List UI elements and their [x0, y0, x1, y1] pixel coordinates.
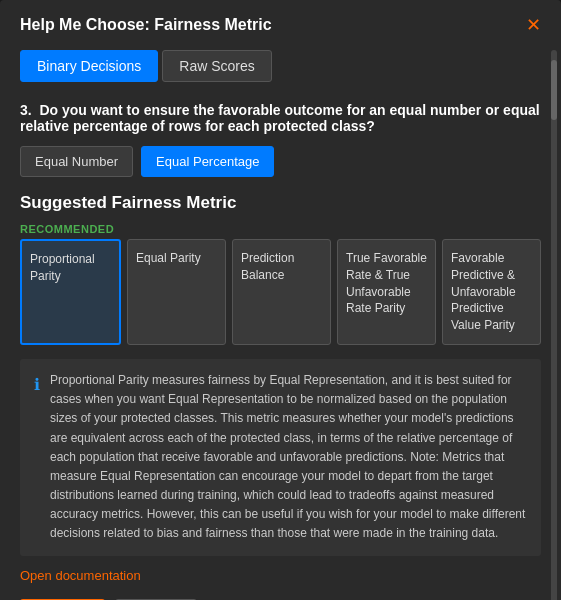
metric-card-predictive-value[interactable]: Favorable Predictive & Unfavorable Predi…: [442, 239, 541, 345]
metric-card-equal-parity[interactable]: Equal Parity: [127, 239, 226, 345]
question-text: 3. Do you want to ensure the favorable o…: [20, 102, 541, 134]
info-icon: ℹ: [34, 372, 40, 544]
suggested-title: Suggested Fairness Metric: [20, 193, 541, 213]
tab-raw-scores[interactable]: Raw Scores: [162, 50, 271, 82]
description-text: Proportional Parity measures fairness by…: [50, 371, 527, 544]
close-icon[interactable]: ✕: [526, 16, 541, 34]
option-equal-percentage[interactable]: Equal Percentage: [141, 146, 274, 177]
description-section: ℹ Proportional Parity measures fairness …: [20, 359, 541, 556]
suggested-section: Suggested Fairness Metric RECOMMENDED Pr…: [20, 193, 541, 345]
option-buttons: Equal Number Equal Percentage: [20, 146, 541, 177]
modal-container: Help Me Choose: Fairness Metric ✕ Binary…: [0, 0, 561, 600]
recommended-label: RECOMMENDED: [20, 223, 541, 235]
question-body: Do you want to ensure the favorable outc…: [20, 102, 540, 134]
modal-title: Help Me Choose: Fairness Metric: [20, 16, 272, 34]
metric-card-true-rates[interactable]: True Favorable Rate & True Unfavorable R…: [337, 239, 436, 345]
metric-cards: Proportional Parity Equal Parity Predict…: [20, 239, 541, 345]
scrollbar[interactable]: [551, 50, 557, 600]
tab-binary-decisions[interactable]: Binary Decisions: [20, 50, 158, 82]
modal-header: Help Me Choose: Fairness Metric ✕: [20, 16, 541, 34]
question-number: 3.: [20, 102, 32, 118]
tab-bar: Binary Decisions Raw Scores: [20, 50, 541, 82]
open-documentation-link[interactable]: Open documentation: [20, 568, 541, 583]
question-section: 3. Do you want to ensure the favorable o…: [20, 102, 541, 177]
metric-card-proportional-parity[interactable]: Proportional Parity: [20, 239, 121, 345]
scrollbar-thumb: [551, 60, 557, 120]
option-equal-number[interactable]: Equal Number: [20, 146, 133, 177]
metric-card-prediction-balance[interactable]: Prediction Balance: [232, 239, 331, 345]
